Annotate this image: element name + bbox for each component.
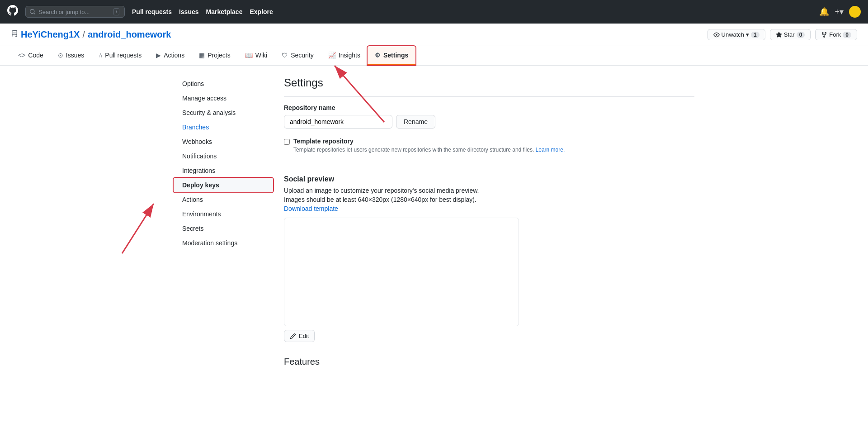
issues-icon: ⊙ bbox=[58, 52, 63, 59]
top-navigation: / Pull requests Issues Marketplace Explo… bbox=[0, 0, 868, 24]
unwatch-button[interactable]: Unwatch ▾ 1 bbox=[708, 29, 765, 40]
repo-title: HeYiCheng1X / android_homework bbox=[11, 29, 171, 40]
template-label-container: Template repository Template repositorie… bbox=[293, 138, 565, 153]
tab-projects-label: Projects bbox=[208, 52, 231, 59]
social-preview-box bbox=[284, 218, 519, 326]
edit-button[interactable]: Edit bbox=[284, 330, 315, 342]
star-button[interactable]: Star 0 bbox=[770, 29, 811, 40]
search-input[interactable] bbox=[38, 9, 111, 15]
learn-more-link[interactable]: Learn more. bbox=[536, 147, 565, 153]
template-checkbox-label[interactable]: Template repository bbox=[293, 138, 354, 145]
template-checkbox-row: Template repository Template repositorie… bbox=[284, 138, 694, 153]
edit-label: Edit bbox=[299, 333, 309, 339]
sidebar-item-branches[interactable]: Branches bbox=[174, 120, 273, 134]
social-preview-title: Social preview bbox=[284, 175, 694, 183]
sidebar-item-deploy-keys[interactable]: Deploy keys bbox=[174, 178, 273, 192]
settings-sidebar: Options Manage access Security & analysi… bbox=[174, 76, 273, 367]
rename-button[interactable]: Rename bbox=[396, 115, 435, 129]
tab-security[interactable]: 🛡 Security bbox=[274, 46, 321, 65]
repo-header: HeYiCheng1X / android_homework Unwatch ▾… bbox=[0, 24, 868, 46]
marketplace-link[interactable]: Marketplace bbox=[206, 8, 243, 15]
sidebar-item-manage-access[interactable]: Manage access bbox=[174, 91, 273, 105]
tab-settings[interactable]: ⚙ Settings bbox=[368, 46, 415, 65]
sidebar-item-notifications[interactable]: Notifications bbox=[174, 149, 273, 163]
star-count: 0 bbox=[797, 32, 805, 38]
social-preview-desc: Upload an image to customize your reposi… bbox=[284, 187, 694, 194]
tab-actions-label: Actions bbox=[164, 52, 184, 59]
tab-code[interactable]: <> Code bbox=[11, 46, 51, 65]
tab-issues-label: Issues bbox=[66, 52, 84, 59]
tab-insights[interactable]: 📈 Insights bbox=[321, 46, 368, 65]
section-divider bbox=[284, 164, 694, 164]
repo-owner-link[interactable]: HeYiCheng1X bbox=[21, 29, 80, 40]
repo-name-section: Repository name Rename bbox=[284, 104, 694, 129]
github-logo-icon[interactable] bbox=[7, 5, 18, 19]
tab-wiki[interactable]: 📖 Wiki bbox=[238, 46, 274, 65]
tab-pull-requests-label: Pull requests bbox=[105, 52, 142, 59]
create-new-button[interactable]: +▾ bbox=[835, 7, 844, 17]
tab-code-label: Code bbox=[28, 52, 43, 59]
security-icon: 🛡 bbox=[282, 52, 288, 59]
unwatch-label: Unwatch bbox=[722, 31, 745, 38]
sidebar-item-security-analysis[interactable]: Security & analysis bbox=[174, 105, 273, 120]
svg-line-2 bbox=[122, 204, 154, 253]
fork-label: Fork bbox=[829, 31, 841, 38]
tab-security-label: Security bbox=[291, 52, 314, 59]
social-preview-desc2: Images should be at least 640×320px (128… bbox=[284, 196, 694, 203]
tab-issues[interactable]: ⊙ Issues bbox=[51, 46, 91, 65]
tab-pull-requests[interactable]: ⑃ Pull requests bbox=[91, 46, 149, 65]
issues-link[interactable]: Issues bbox=[179, 8, 199, 15]
insights-icon: 📈 bbox=[328, 52, 336, 59]
pull-requests-link[interactable]: Pull requests bbox=[132, 8, 172, 15]
fork-count: 0 bbox=[843, 32, 851, 38]
tab-settings-label: Settings bbox=[383, 52, 408, 59]
star-label: Star bbox=[784, 31, 795, 38]
notifications-bell-icon[interactable]: 🔔 bbox=[819, 7, 829, 17]
template-repo-section: Template repository Template repositorie… bbox=[284, 138, 694, 153]
main-container: Options Manage access Security & analysi… bbox=[163, 66, 705, 378]
unwatch-dropdown-icon: ▾ bbox=[746, 31, 749, 38]
sidebar-item-actions[interactable]: Actions bbox=[174, 192, 273, 207]
tab-projects[interactable]: ▦ Projects bbox=[192, 46, 238, 65]
pull-requests-icon: ⑃ bbox=[99, 52, 102, 59]
download-template-link[interactable]: Download template bbox=[284, 205, 338, 212]
sidebar-item-secrets[interactable]: Secrets bbox=[174, 221, 273, 236]
tab-wiki-label: Wiki bbox=[255, 52, 267, 59]
repo-actions: Unwatch ▾ 1 Star 0 Fork 0 bbox=[708, 29, 857, 40]
top-nav-right: 🔔 +▾ bbox=[819, 6, 861, 18]
template-checkbox-desc: Template repositories let users generate… bbox=[293, 147, 565, 153]
sidebar-item-environments[interactable]: Environments bbox=[174, 207, 273, 221]
repo-separator: / bbox=[82, 29, 85, 40]
wiki-icon: 📖 bbox=[245, 52, 253, 59]
sidebar-item-options[interactable]: Options bbox=[174, 76, 273, 91]
sidebar-item-webhooks[interactable]: Webhooks bbox=[174, 134, 273, 149]
social-preview-section: Social preview Upload an image to custom… bbox=[284, 175, 694, 342]
repo-name-link[interactable]: android_homework bbox=[88, 29, 171, 40]
settings-icon: ⚙ bbox=[375, 52, 381, 59]
tab-actions[interactable]: ▶ Actions bbox=[149, 46, 192, 65]
settings-title: Settings bbox=[284, 76, 694, 97]
sidebar-item-moderation-settings[interactable]: Moderation settings bbox=[174, 236, 273, 250]
fork-button[interactable]: Fork 0 bbox=[815, 29, 857, 40]
projects-icon: ▦ bbox=[199, 52, 205, 59]
repo-name-row: Rename bbox=[284, 115, 694, 129]
sub-navigation: <> Code ⊙ Issues ⑃ Pull requests ▶ Actio… bbox=[0, 46, 868, 66]
tab-insights-label: Insights bbox=[339, 52, 360, 59]
search-box[interactable]: / bbox=[25, 6, 125, 18]
explore-link[interactable]: Explore bbox=[250, 8, 273, 15]
template-desc-text: Template repositories let users generate… bbox=[293, 147, 534, 153]
actions-icon: ▶ bbox=[156, 52, 161, 59]
user-avatar[interactable] bbox=[849, 6, 861, 18]
template-checkbox[interactable] bbox=[284, 139, 290, 145]
repo-name-input[interactable] bbox=[284, 115, 392, 129]
unwatch-count: 1 bbox=[751, 32, 760, 38]
settings-content: Settings Repository name Rename Template… bbox=[284, 76, 694, 367]
code-icon: <> bbox=[18, 52, 25, 59]
top-nav-links: Pull requests Issues Marketplace Explore bbox=[132, 8, 273, 15]
features-title: Features bbox=[284, 357, 694, 367]
sidebar-item-integrations[interactable]: Integrations bbox=[174, 163, 273, 178]
repo-icon bbox=[11, 30, 18, 39]
repo-name-label: Repository name bbox=[284, 104, 694, 111]
search-kbd: / bbox=[113, 8, 119, 15]
